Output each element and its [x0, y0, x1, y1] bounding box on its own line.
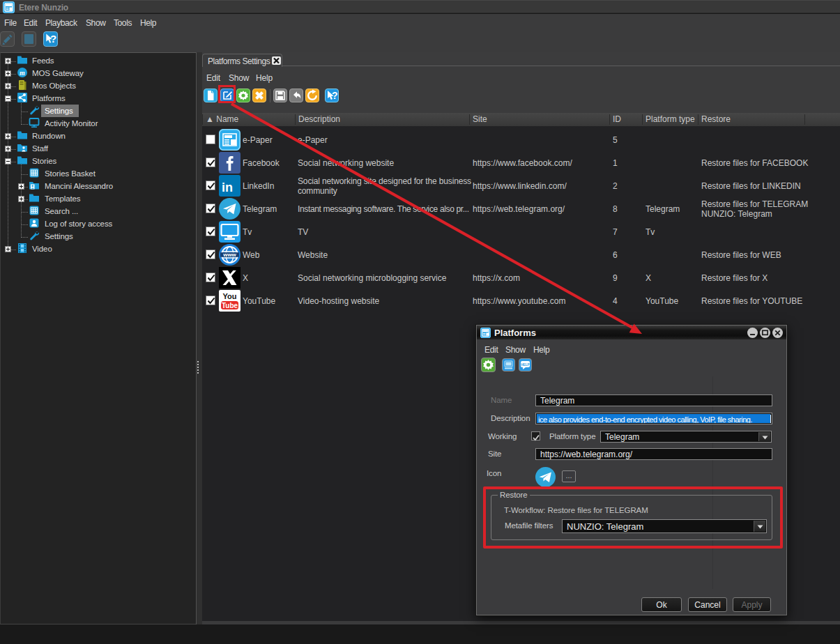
svg-text:Tube: Tube: [222, 302, 238, 309]
svg-text:You: You: [223, 292, 237, 300]
svg-text:HELP: HELP: [521, 363, 529, 367]
svg-text:m: m: [20, 69, 25, 77]
svg-text:in: in: [222, 181, 233, 194]
svg-text:www: www: [222, 252, 236, 258]
